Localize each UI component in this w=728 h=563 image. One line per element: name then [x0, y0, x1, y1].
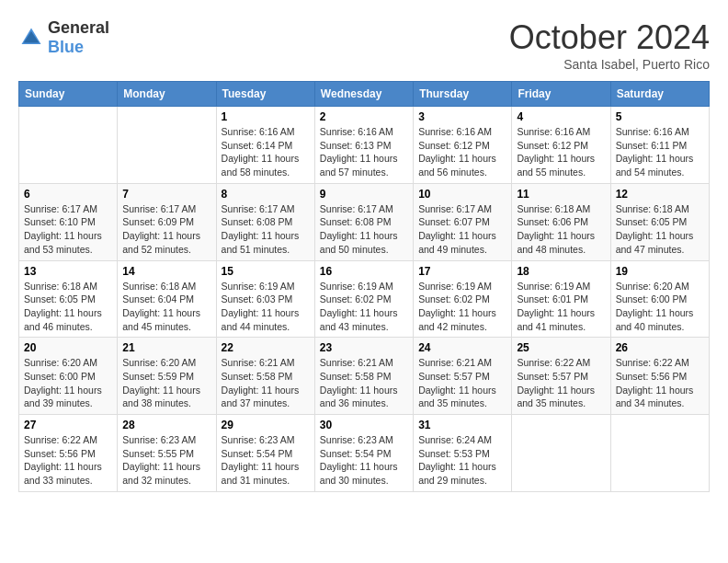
- day-number: 21: [122, 341, 210, 354]
- day-info: Sunrise: 6:20 AM Sunset: 6:00 PM Dayligh…: [24, 356, 112, 410]
- day-header-friday: Friday: [512, 82, 610, 107]
- day-number: 13: [24, 265, 112, 278]
- day-number: 8: [222, 188, 310, 201]
- calendar-cell: 31Sunrise: 6:24 AM Sunset: 5:53 PM Dayli…: [414, 415, 512, 492]
- day-number: 16: [320, 265, 408, 278]
- day-number: 25: [517, 341, 605, 354]
- logo: General Blue: [18, 18, 109, 57]
- day-number: 1: [222, 110, 310, 123]
- day-info: Sunrise: 6:17 AM Sunset: 6:09 PM Dayligh…: [122, 202, 210, 257]
- day-info: Sunrise: 6:21 AM Sunset: 5:58 PM Dayligh…: [320, 356, 408, 410]
- day-number: 7: [122, 188, 210, 201]
- day-info: Sunrise: 6:20 AM Sunset: 6:00 PM Dayligh…: [616, 280, 704, 334]
- day-info: Sunrise: 6:22 AM Sunset: 5:57 PM Dayligh…: [517, 356, 605, 410]
- day-header-sunday: Sunday: [19, 82, 118, 107]
- calendar-cell: 23Sunrise: 6:21 AM Sunset: 5:58 PM Dayli…: [314, 338, 413, 415]
- logo-blue: Blue: [48, 38, 84, 56]
- calendar-cell: 7Sunrise: 6:17 AM Sunset: 6:09 PM Daylig…: [118, 183, 216, 260]
- day-number: 10: [418, 188, 506, 201]
- day-info: Sunrise: 6:18 AM Sunset: 6:04 PM Dayligh…: [122, 280, 210, 334]
- logo-icon: [18, 25, 44, 51]
- day-info: Sunrise: 6:19 AM Sunset: 6:03 PM Dayligh…: [222, 280, 310, 334]
- location-subtitle: Santa Isabel, Puerto Rico: [509, 57, 710, 72]
- day-info: Sunrise: 6:16 AM Sunset: 6:12 PM Dayligh…: [418, 125, 506, 179]
- calendar-week-3: 13Sunrise: 6:18 AM Sunset: 6:05 PM Dayli…: [19, 260, 710, 338]
- day-number: 29: [222, 419, 310, 431]
- day-number: 26: [616, 341, 704, 354]
- calendar-cell: 17Sunrise: 6:19 AM Sunset: 6:02 PM Dayli…: [414, 260, 512, 338]
- calendar-cell: 24Sunrise: 6:21 AM Sunset: 5:57 PM Dayli…: [414, 338, 512, 415]
- day-number: 22: [222, 341, 310, 354]
- day-info: Sunrise: 6:18 AM Sunset: 6:05 PM Dayligh…: [24, 280, 112, 334]
- day-number: 3: [418, 110, 506, 123]
- calendar-cell: 6Sunrise: 6:17 AM Sunset: 6:10 PM Daylig…: [19, 183, 118, 260]
- calendar-cell: 8Sunrise: 6:17 AM Sunset: 6:08 PM Daylig…: [216, 183, 314, 260]
- calendar-cell: 1Sunrise: 6:16 AM Sunset: 6:14 PM Daylig…: [216, 107, 314, 184]
- day-number: 12: [616, 188, 704, 201]
- calendar-cell: 3Sunrise: 6:16 AM Sunset: 6:12 PM Daylig…: [414, 107, 512, 184]
- day-number: 14: [122, 265, 210, 278]
- calendar-cell: 4Sunrise: 6:16 AM Sunset: 6:12 PM Daylig…: [512, 107, 610, 184]
- day-info: Sunrise: 6:16 AM Sunset: 6:13 PM Dayligh…: [320, 125, 408, 179]
- day-info: Sunrise: 6:20 AM Sunset: 5:59 PM Dayligh…: [122, 356, 210, 410]
- day-number: 6: [24, 188, 112, 201]
- calendar-cell: 27Sunrise: 6:22 AM Sunset: 5:56 PM Dayli…: [19, 415, 118, 492]
- month-title: October 2024: [509, 18, 710, 57]
- day-header-tuesday: Tuesday: [216, 82, 314, 107]
- day-info: Sunrise: 6:16 AM Sunset: 6:14 PM Dayligh…: [222, 125, 310, 179]
- day-number: 18: [517, 265, 605, 278]
- calendar-cell: 26Sunrise: 6:22 AM Sunset: 5:56 PM Dayli…: [610, 338, 709, 415]
- day-info: Sunrise: 6:19 AM Sunset: 6:02 PM Dayligh…: [418, 280, 506, 334]
- day-info: Sunrise: 6:23 AM Sunset: 5:55 PM Dayligh…: [122, 433, 210, 488]
- day-info: Sunrise: 6:23 AM Sunset: 5:54 PM Dayligh…: [222, 433, 310, 488]
- calendar-cell: [19, 107, 118, 184]
- day-info: Sunrise: 6:18 AM Sunset: 6:05 PM Dayligh…: [616, 202, 704, 257]
- calendar-cell: [512, 415, 610, 492]
- day-number: 15: [222, 265, 310, 278]
- calendar-table: SundayMondayTuesdayWednesdayThursdayFrid…: [18, 81, 710, 492]
- day-number: 11: [517, 188, 605, 201]
- day-number: 9: [320, 188, 408, 201]
- day-number: 4: [517, 110, 605, 123]
- logo-general: General: [48, 18, 109, 37]
- day-number: 20: [24, 341, 112, 354]
- day-number: 24: [418, 341, 506, 354]
- day-info: Sunrise: 6:21 AM Sunset: 5:57 PM Dayligh…: [418, 356, 506, 410]
- calendar-cell: 16Sunrise: 6:19 AM Sunset: 6:02 PM Dayli…: [314, 260, 413, 338]
- calendar-cell: 10Sunrise: 6:17 AM Sunset: 6:07 PM Dayli…: [414, 183, 512, 260]
- day-number: 30: [320, 419, 408, 431]
- day-header-thursday: Thursday: [414, 82, 512, 107]
- day-number: 27: [24, 419, 112, 431]
- calendar-cell: [610, 415, 709, 492]
- day-number: 17: [418, 265, 506, 278]
- day-info: Sunrise: 6:23 AM Sunset: 5:54 PM Dayligh…: [320, 433, 408, 488]
- day-header-saturday: Saturday: [610, 82, 709, 107]
- page-header: General Blue October 2024 Santa Isabel, …: [18, 18, 710, 72]
- day-number: 28: [122, 419, 210, 431]
- day-number: 19: [616, 265, 704, 278]
- calendar-cell: 30Sunrise: 6:23 AM Sunset: 5:54 PM Dayli…: [314, 415, 413, 492]
- day-number: 23: [320, 341, 408, 354]
- day-info: Sunrise: 6:16 AM Sunset: 6:12 PM Dayligh…: [517, 125, 605, 179]
- logo-text: General Blue: [48, 18, 109, 57]
- calendar-cell: 25Sunrise: 6:22 AM Sunset: 5:57 PM Dayli…: [512, 338, 610, 415]
- day-info: Sunrise: 6:22 AM Sunset: 5:56 PM Dayligh…: [24, 433, 112, 488]
- calendar-week-4: 20Sunrise: 6:20 AM Sunset: 6:00 PM Dayli…: [19, 338, 710, 415]
- day-info: Sunrise: 6:24 AM Sunset: 5:53 PM Dayligh…: [418, 433, 506, 488]
- calendar-cell: 29Sunrise: 6:23 AM Sunset: 5:54 PM Dayli…: [216, 415, 314, 492]
- calendar-cell: 11Sunrise: 6:18 AM Sunset: 6:06 PM Dayli…: [512, 183, 610, 260]
- title-block: October 2024 Santa Isabel, Puerto Rico: [509, 18, 710, 72]
- calendar-cell: 21Sunrise: 6:20 AM Sunset: 5:59 PM Dayli…: [118, 338, 216, 415]
- day-info: Sunrise: 6:18 AM Sunset: 6:06 PM Dayligh…: [517, 202, 605, 257]
- day-header-wednesday: Wednesday: [314, 82, 413, 107]
- calendar-cell: 28Sunrise: 6:23 AM Sunset: 5:55 PM Dayli…: [118, 415, 216, 492]
- calendar-cell: 14Sunrise: 6:18 AM Sunset: 6:04 PM Dayli…: [118, 260, 216, 338]
- day-info: Sunrise: 6:17 AM Sunset: 6:08 PM Dayligh…: [320, 202, 408, 257]
- day-info: Sunrise: 6:17 AM Sunset: 6:08 PM Dayligh…: [222, 202, 310, 257]
- calendar-cell: 9Sunrise: 6:17 AM Sunset: 6:08 PM Daylig…: [314, 183, 413, 260]
- day-info: Sunrise: 6:19 AM Sunset: 6:01 PM Dayligh…: [517, 280, 605, 334]
- day-info: Sunrise: 6:16 AM Sunset: 6:11 PM Dayligh…: [616, 125, 704, 179]
- day-header-monday: Monday: [118, 82, 216, 107]
- day-info: Sunrise: 6:17 AM Sunset: 6:10 PM Dayligh…: [24, 202, 112, 257]
- day-number: 5: [616, 110, 704, 123]
